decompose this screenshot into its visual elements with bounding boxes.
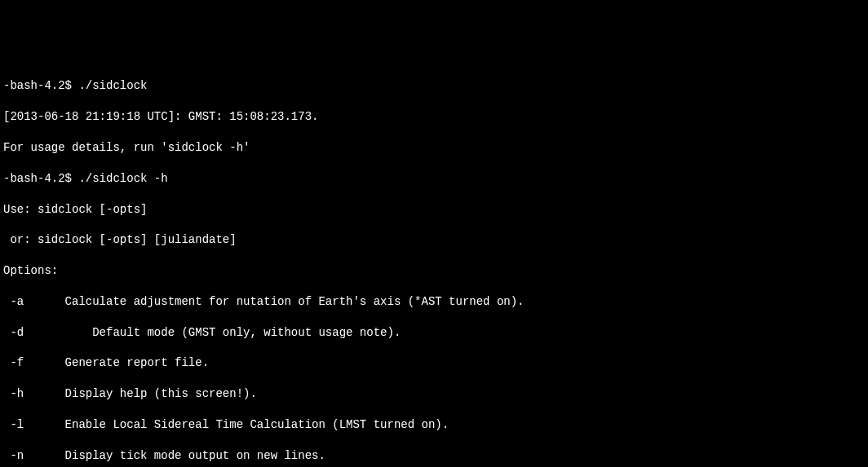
help-option: -f Generate report file. (3, 355, 868, 371)
output-line: [2013-06-18 21:19:18 UTC]: GMST: 15:08:2… (3, 109, 868, 125)
prompt-line: -bash-4.2$ ./sidclock -h (3, 171, 868, 187)
help-options-header: Options: (3, 263, 868, 279)
help-option: -n Display tick mode output on new lines… (3, 448, 868, 464)
help-usage: Use: sidclock [-opts] (3, 202, 868, 218)
help-option: -a Calculate adjustment for nutation of … (3, 294, 868, 310)
output-line: For usage details, run 'sidclock -h' (3, 140, 868, 156)
terminal-window[interactable]: -bash-4.2$ ./sidclock [2013-06-18 21:19:… (3, 64, 868, 467)
help-option: -d Default mode (GMST only, without usag… (3, 325, 868, 341)
help-option: -l Enable Local Sidereal Time Calculatio… (3, 417, 868, 433)
help-option: -h Display help (this screen!). (3, 386, 868, 402)
help-usage: or: sidclock [-opts] [juliandate] (3, 232, 868, 248)
prompt-line: -bash-4.2$ ./sidclock (3, 78, 868, 94)
